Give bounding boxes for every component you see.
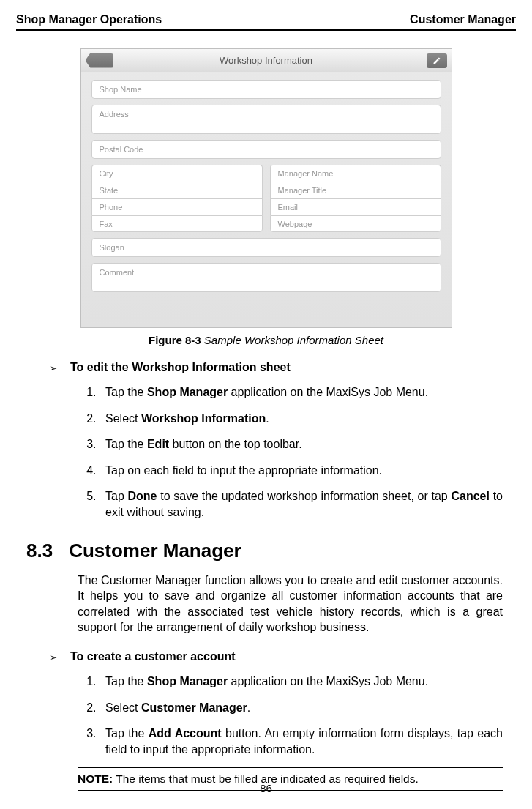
field-manager-name[interactable]: Manager Name [270, 165, 441, 182]
list-item: Select Customer Manager. [100, 700, 503, 716]
chevron-icon: ➢ [50, 652, 57, 663]
field-city[interactable]: City [91, 165, 263, 182]
list-item: Tap the Edit button on the top toolbar. [100, 436, 503, 452]
screenshot-toolbar: Workshop Information [81, 49, 452, 72]
figure-caption: Figure 8-3 Sample Workshop Information S… [149, 334, 383, 346]
pencil-icon [432, 56, 441, 65]
field-manager-title[interactable]: Manager Title [270, 182, 441, 198]
create-heading: To create a customer account [70, 650, 236, 663]
list-item: Select Workshop Information. [100, 411, 503, 427]
field-slogan[interactable]: Slogan [91, 238, 441, 257]
field-shop-name[interactable]: Shop Name [91, 80, 441, 99]
section-number: 8.3 [26, 540, 53, 562]
field-address[interactable]: Address [91, 105, 441, 134]
field-fax[interactable]: Fax [91, 215, 263, 232]
list-item: Tap the Shop Manager application on the … [100, 674, 503, 690]
chevron-icon: ➢ [50, 363, 57, 373]
cm-paragraph: The Customer Manager function allows you… [78, 573, 503, 635]
create-steps: Tap the Shop Manager application on the … [100, 674, 503, 757]
screenshot-workshop-info: Workshop Information Shop Name Address P… [80, 48, 452, 328]
list-item: Tap Done to save the updated workshop in… [100, 488, 503, 520]
page-number: 86 [0, 782, 532, 794]
list-item: Tap on each field to input the appropria… [100, 463, 503, 479]
back-button[interactable] [86, 53, 113, 68]
field-comment[interactable]: Comment [91, 263, 441, 292]
header-rule [16, 29, 516, 31]
screenshot-title: Workshop Information [220, 55, 312, 66]
header-left: Shop Manager Operations [16, 13, 162, 26]
edit-steps: Tap the Shop Manager application on the … [100, 384, 503, 521]
field-email[interactable]: Email [270, 198, 441, 215]
edit-button[interactable] [427, 53, 447, 68]
field-state[interactable]: State [91, 182, 263, 198]
header-right: Customer Manager [410, 13, 516, 26]
field-phone[interactable]: Phone [91, 198, 263, 215]
section-title: Customer Manager [69, 540, 241, 562]
field-postal-code[interactable]: Postal Code [91, 140, 441, 159]
edit-heading: To edit the Workshop Information sheet [70, 361, 291, 374]
list-item: Tap the Add Account button. An empty inf… [100, 726, 503, 757]
figure-text: Sample Workshop Information Sheet [204, 334, 383, 346]
field-webpage[interactable]: Webpage [270, 215, 441, 232]
list-item: Tap the Shop Manager application on the … [100, 384, 503, 400]
figure-label: Figure 8-3 [149, 334, 201, 346]
